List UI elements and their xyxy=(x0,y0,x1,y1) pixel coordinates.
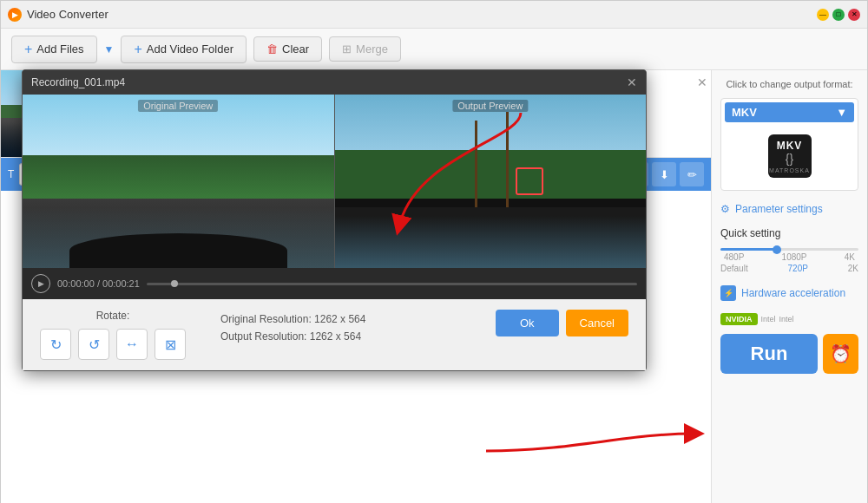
time-display: 00:00:00 / 00:00:21 xyxy=(57,278,140,289)
rotate-label: Rotate: xyxy=(40,310,186,322)
play-button[interactable]: ▶ xyxy=(31,274,50,293)
add-files-dropdown-icon[interactable]: ▼ xyxy=(104,43,115,56)
format-dropdown[interactable]: MKV ▼ xyxy=(725,102,854,122)
flip-h-icon: ↔ xyxy=(125,336,139,352)
plus-icon: + xyxy=(24,42,32,57)
original-preview-panel: Original Preview xyxy=(23,95,334,268)
res-2k[interactable]: 2K xyxy=(848,264,858,273)
app-icon: ▶ xyxy=(8,8,22,22)
mkv-braces-icon: {} xyxy=(786,152,793,166)
title-bar: ▶ Video Converter — □ ✕ xyxy=(1,1,867,29)
preview-modal: Recording_001.mp4 ✕ Original Preview Out… xyxy=(22,69,647,371)
output-preview-label: Output Preview xyxy=(452,100,528,112)
resolution-options: 480P 1080P 4K xyxy=(720,251,858,264)
trash-icon: 🗑 xyxy=(266,42,278,56)
intel-label: Intel xyxy=(761,315,776,323)
maximize-button[interactable]: □ xyxy=(832,9,845,21)
flip-vertical-button[interactable]: ⊠ xyxy=(155,329,186,360)
rotate-cw-icon: ↻ xyxy=(50,336,62,353)
rotate-ccw-icon: ↺ xyxy=(89,336,100,353)
res-1080p[interactable]: 1080P xyxy=(779,251,811,264)
progress-thumb xyxy=(171,280,178,287)
rotate-90ccw-button[interactable]: ↺ xyxy=(78,329,109,360)
format-logo: MKV {} MATROSKA xyxy=(725,126,854,186)
flip-horizontal-button[interactable]: ↔ xyxy=(116,329,148,360)
format-hint: Click to change output format: xyxy=(720,79,858,89)
minimize-button[interactable]: — xyxy=(817,9,829,21)
slider-track[interactable] xyxy=(720,248,858,251)
mkv-text-label: MKV xyxy=(777,140,803,152)
gpu-logos: NVIDIA Intel Intel xyxy=(720,313,858,325)
modal-action-buttons: Ok Cancel xyxy=(496,310,628,340)
run-button[interactable]: Run xyxy=(720,334,818,374)
close-file-button[interactable]: ✕ xyxy=(694,70,711,157)
original-scene xyxy=(23,95,334,268)
mkv-icon: MKV {} MATROSKA xyxy=(768,134,812,178)
res-4k[interactable]: 4K xyxy=(841,251,858,264)
modal-titlebar: Recording_001.mp4 ✕ xyxy=(23,70,646,95)
ok-button[interactable]: Ok xyxy=(496,310,559,336)
merge-button[interactable]: ⊞ Merge xyxy=(329,36,401,62)
format-name: MKV xyxy=(732,106,757,119)
subtitle-add-button[interactable]: ✏ xyxy=(680,162,704,186)
res-480p[interactable]: 480P xyxy=(720,251,747,264)
clear-button[interactable]: 🗑 Clear xyxy=(253,36,322,62)
parameter-settings-button[interactable]: ⚙ Parameter settings xyxy=(720,199,858,219)
quality-slider[interactable] xyxy=(720,248,858,251)
add-folder-button[interactable]: + Add Video Folder xyxy=(121,36,247,63)
flip-v-icon: ⊠ xyxy=(165,336,176,353)
alarm-button[interactable]: ⏰ xyxy=(823,334,858,374)
right-panel: Click to change output format: MKV ▼ MKV… xyxy=(711,70,867,503)
alarm-icon: ⏰ xyxy=(830,343,852,364)
res-720p[interactable]: 720P xyxy=(788,264,808,273)
intel-label2: Intel xyxy=(779,315,794,323)
output-scene xyxy=(335,95,647,268)
merge-icon: ⊞ xyxy=(342,42,352,56)
progress-bar[interactable] xyxy=(147,283,637,285)
default-label: Default xyxy=(720,264,748,273)
watermark-button[interactable]: ⬇ xyxy=(652,162,676,186)
resolution-info: Original Resolution: 1262 x 564 Output R… xyxy=(220,313,365,343)
preview-panels: Original Preview Output Preview xyxy=(23,95,646,268)
original-res-line: Original Resolution: 1262 x 564 xyxy=(220,313,365,325)
modal-close-button[interactable]: ✕ xyxy=(627,75,637,89)
format-dropdown-arrow: ▼ xyxy=(836,106,847,119)
rotate-90cw-button[interactable]: ↻ xyxy=(40,329,71,360)
output-res-line: Output Resolution: 1262 x 564 xyxy=(220,330,365,343)
hw-accel-icon: ⚡ xyxy=(720,285,736,301)
original-preview-label: Original Preview xyxy=(138,100,218,112)
slider-thumb[interactable] xyxy=(773,245,781,254)
modal-title: Recording_001.mp4 xyxy=(31,76,125,88)
window-controls: — □ ✕ xyxy=(817,9,860,21)
app-title: Video Converter xyxy=(27,8,817,21)
nvidia-badge: NVIDIA xyxy=(720,313,758,325)
close-button[interactable]: ✕ xyxy=(848,9,860,21)
folder-plus-icon: + xyxy=(134,42,141,57)
output-preview-panel: Output Preview xyxy=(334,95,647,268)
edit-controls: Rotate: ↻ ↺ ↔ ⊠ Original Resolution: 126 xyxy=(23,299,646,370)
default-resolution-row: Default 720P 2K xyxy=(720,264,858,273)
format-selector[interactable]: MKV ▼ MKV {} MATROSKA xyxy=(720,98,858,191)
quick-setting-label: Quick setting xyxy=(720,227,858,239)
hardware-acceleration-button[interactable]: ⚡ Hardware acceleration xyxy=(720,282,858,304)
mkv-matroska-label: MATROSKA xyxy=(769,167,810,173)
param-icon: ⚙ xyxy=(720,203,730,215)
main-toolbar: + Add Files ▼ + Add Video Folder 🗑 Clear… xyxy=(1,29,867,70)
subtitle-T-icon: T xyxy=(8,168,14,180)
add-files-button[interactable]: + Add Files xyxy=(11,36,97,63)
run-row: Run ⏰ xyxy=(720,334,858,374)
rotate-section: Rotate: ↻ ↺ ↔ ⊠ xyxy=(40,310,186,360)
cancel-button[interactable]: Cancel xyxy=(566,310,628,336)
playback-bar: ▶ 00:00:00 / 00:00:21 xyxy=(23,268,646,299)
rotate-buttons: ↻ ↺ ↔ ⊠ xyxy=(40,329,186,360)
